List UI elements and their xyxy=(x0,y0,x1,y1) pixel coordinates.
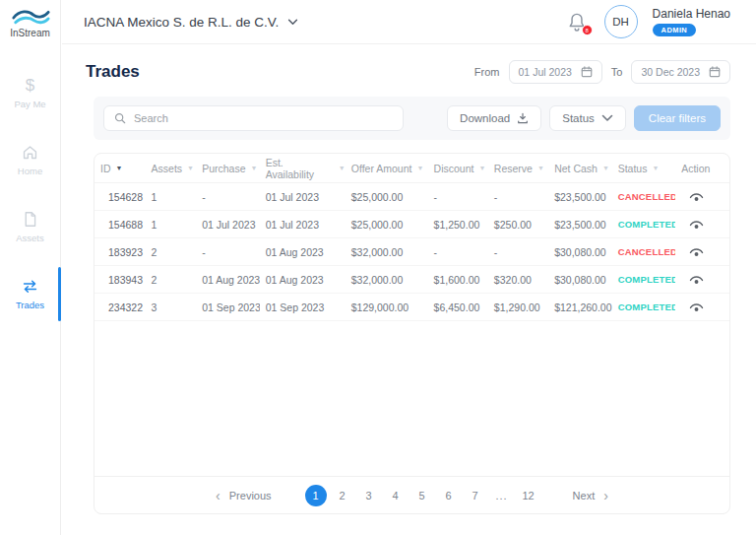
status-badge: CANCELLED xyxy=(612,246,676,257)
download-button[interactable]: Download xyxy=(447,105,541,131)
cell-assets: 1 xyxy=(146,219,197,231)
cell-net-cash: $121,260.00 xyxy=(548,301,612,313)
cell-id: 154628 xyxy=(94,191,146,203)
column-header[interactable]: ID ▼ xyxy=(94,163,146,174)
wave-logo-icon xyxy=(10,7,51,29)
from-label: From xyxy=(474,66,500,78)
column-header-label: Discount xyxy=(434,163,474,174)
status-badge: COMPLETED xyxy=(612,219,676,230)
company-name: IACNA Mexico S. de R.L. de C.V. xyxy=(84,15,279,30)
column-header-label: Action xyxy=(681,163,710,174)
trades-arrows-icon xyxy=(22,278,38,295)
file-icon xyxy=(22,211,38,228)
cell-id: 154688 xyxy=(94,219,146,231)
page-number-button[interactable]: 5 xyxy=(411,485,433,506)
next-label: Next xyxy=(573,490,596,502)
cell-est-availability: 01 Jul 2023 xyxy=(260,191,346,203)
avatar[interactable]: DH xyxy=(604,5,638,38)
notifications-button[interactable]: 8 xyxy=(568,12,586,32)
column-header-label: Assets xyxy=(152,163,183,174)
previous-label: Previous xyxy=(229,490,272,502)
cell-purchase: - xyxy=(196,246,260,258)
page-number-button[interactable]: 2 xyxy=(332,485,353,506)
page-number-button[interactable]: 12 xyxy=(518,485,539,506)
sort-filter-icon: ▼ xyxy=(602,165,609,171)
view-trade-button[interactable] xyxy=(675,219,729,231)
eye-icon xyxy=(689,191,704,203)
cell-net-cash: $30,080.00 xyxy=(548,246,612,258)
sidebar-item-label: Trades xyxy=(16,300,44,310)
filters-toolbar: Download Status Clear filters xyxy=(94,97,730,140)
page-numbers: 1234567...12 xyxy=(305,485,539,506)
cell-net-cash: $23,500.00 xyxy=(548,191,612,203)
eye-icon xyxy=(689,219,704,231)
toolbar-actions: Download Status Clear filters xyxy=(447,105,721,131)
company-selector[interactable]: IACNA Mexico S. de R.L. de C.V. xyxy=(84,15,298,30)
sidebar-item-assets[interactable]: Assets xyxy=(0,205,60,249)
sidebar-item-home[interactable]: Home xyxy=(0,138,60,182)
view-trade-button[interactable] xyxy=(675,274,729,286)
sort-filter-icon: ▼ xyxy=(339,165,346,171)
calendar-icon xyxy=(709,66,721,78)
role-badge: ADMIN xyxy=(653,24,697,36)
table-body: 154628 1 - 01 Jul 2023 $25,000.00 - - $2… xyxy=(94,183,729,321)
status-dropdown[interactable]: Status xyxy=(549,105,626,131)
to-label: To xyxy=(611,66,623,78)
page-number-button[interactable]: 1 xyxy=(305,485,327,506)
sort-filter-icon: ▼ xyxy=(416,165,423,171)
view-trade-button[interactable] xyxy=(675,191,729,203)
column-header[interactable]: Assets ▼ xyxy=(146,163,197,174)
column-header[interactable]: Offer Amount ▼ xyxy=(346,163,428,174)
search-input[interactable] xyxy=(134,112,393,124)
home-icon xyxy=(22,144,38,161)
sidebar-item-pay-me[interactable]: $ Pay Me xyxy=(0,72,60,115)
title-row: Trades From 01 Jul 2023 To 30 Dec 2023 xyxy=(84,60,730,84)
sidebar: InStream $ Pay Me Home Assets Trades xyxy=(0,0,61,535)
column-header[interactable]: Net Cash ▼ xyxy=(548,163,612,174)
column-header[interactable]: Reserve ▼ xyxy=(488,163,548,174)
view-trade-button[interactable] xyxy=(675,246,729,258)
column-header[interactable]: Status ▼ xyxy=(612,163,676,174)
view-trade-button[interactable] xyxy=(675,301,729,313)
page-number-button[interactable]: ... xyxy=(491,485,513,506)
table-empty-space xyxy=(94,321,729,476)
cell-discount: $1,600.00 xyxy=(428,274,488,286)
to-date-input[interactable]: 30 Dec 2023 xyxy=(631,60,730,84)
cell-offer-amount: $25,000.00 xyxy=(346,191,428,203)
chevron-down-icon xyxy=(601,112,613,124)
from-date-value: 01 Jul 2023 xyxy=(519,66,572,78)
sort-filter-icon: ▼ xyxy=(478,165,485,171)
cell-id: 234322 xyxy=(94,301,146,313)
page-number-button[interactable]: 6 xyxy=(438,485,460,506)
next-page-button[interactable]: Next › xyxy=(573,489,608,502)
sidebar-item-label: Pay Me xyxy=(14,99,45,109)
page-number-button[interactable]: 7 xyxy=(465,485,486,506)
column-header[interactable]: Est. Availability ▼ xyxy=(260,157,346,180)
cell-net-cash: $23,500.00 xyxy=(548,219,612,231)
eye-icon xyxy=(689,301,704,313)
cell-assets: 1 xyxy=(146,191,197,203)
download-icon xyxy=(517,112,529,124)
search-box[interactable] xyxy=(103,105,404,131)
column-header-label: Offer Amount xyxy=(351,163,412,174)
from-date-input[interactable]: 01 Jul 2023 xyxy=(509,60,602,84)
table-row: 154628 1 - 01 Jul 2023 $25,000.00 - - $2… xyxy=(94,183,729,211)
page-number-button[interactable]: 3 xyxy=(358,485,380,506)
status-badge: COMPLETED xyxy=(612,274,676,285)
column-header[interactable]: Action ▼ xyxy=(675,163,729,174)
column-header-label: Est. Availability xyxy=(266,157,334,180)
cell-offer-amount: $32,000.00 xyxy=(346,274,428,286)
dollar-icon: $ xyxy=(26,78,34,94)
clear-filters-button[interactable]: Clear filters xyxy=(634,105,721,131)
pagination: ‹ Previous 1234567...12 Next › xyxy=(94,476,729,513)
column-header[interactable]: Discount ▼ xyxy=(428,163,488,174)
previous-page-button[interactable]: ‹ Previous xyxy=(216,489,271,502)
page-number-button[interactable]: 4 xyxy=(385,485,407,506)
topbar-right: 8 DH Daniela Henao ADMIN xyxy=(568,5,730,38)
cell-assets: 2 xyxy=(146,274,197,286)
cell-purchase: 01 Sep 2023 xyxy=(196,301,260,313)
sort-filter-icon: ▼ xyxy=(187,165,194,171)
column-header[interactable]: Purchase ▼ xyxy=(196,163,260,174)
sidebar-item-trades[interactable]: Trades xyxy=(0,272,60,316)
status-badge: CANCELLED xyxy=(612,191,676,202)
